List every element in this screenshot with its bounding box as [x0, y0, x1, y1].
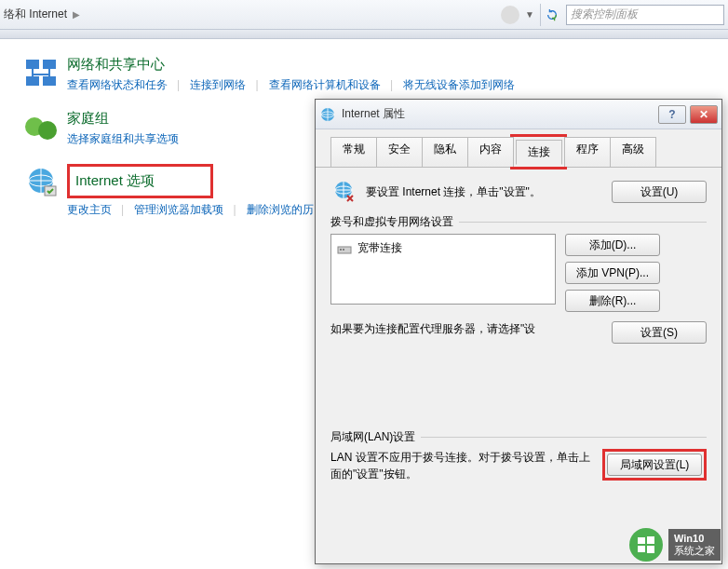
internet-options-icon: [22, 164, 60, 201]
dropdown-arrow-icon[interactable]: ▼: [523, 9, 536, 20]
win10-logo-icon: [629, 528, 663, 562]
chevron-right-icon: ▶: [73, 9, 80, 20]
remove-button[interactable]: 删除(R)...: [565, 290, 660, 312]
link-delete-history[interactable]: 删除浏览的历: [247, 203, 314, 216]
network-center-title[interactable]: 网络和共享中心: [67, 56, 522, 74]
watermark-line1: Win10: [674, 533, 715, 545]
modem-icon: [337, 241, 352, 256]
dialog-titlebar[interactable]: Internet 属性 ? ✕: [316, 100, 721, 129]
lan-button-highlight: 局域网设置(L): [602, 449, 707, 481]
svg-rect-18: [638, 546, 645, 552]
tab-privacy[interactable]: 隐私: [422, 137, 468, 167]
homegroup-icon: [22, 110, 60, 147]
globe-icon: [319, 106, 336, 123]
watermark-line2: 系统之家: [674, 545, 715, 557]
tab-programs[interactable]: 程序: [564, 137, 611, 167]
tab-connections[interactable]: 连接: [516, 140, 562, 165]
svg-rect-13: [338, 247, 351, 253]
lan-settings-button[interactable]: 局域网设置(L): [607, 454, 702, 476]
link-homegroup-share[interactable]: 选择家庭组和共享选项: [67, 132, 179, 145]
network-links: 查看网络状态和任务| 连接到网络| 查看网络计算机和设备| 将无线设备添加到网络: [67, 77, 522, 93]
tab-content[interactable]: 内容: [467, 137, 514, 167]
svg-rect-1: [43, 60, 56, 69]
user-icon: [501, 6, 519, 24]
homegroup-title[interactable]: 家庭组: [67, 110, 186, 128]
link-change-home[interactable]: 更改主页: [67, 203, 112, 216]
setup-button[interactable]: 设置(U): [612, 181, 707, 203]
tab-strip: 常规 安全 隐私 内容 连接 程序 高级: [316, 129, 721, 168]
proxy-info-text: 如果要为连接配置代理服务器，请选择"设: [330, 321, 612, 337]
tab-connections-highlight: 连接: [510, 134, 567, 169]
add-vpn-button[interactable]: 添加 VPN(P)...: [565, 262, 660, 284]
tab-advanced[interactable]: 高级: [610, 137, 656, 167]
link-view-status[interactable]: 查看网络状态和任务: [67, 78, 168, 91]
breadcrumb-text: 络和 Internet: [4, 7, 67, 22]
settings-button[interactable]: 设置(S): [612, 321, 707, 344]
svg-rect-0: [26, 60, 39, 69]
svg-point-14: [340, 249, 342, 251]
internet-properties-dialog: Internet 属性 ? ✕ 常规 安全 隐私 内容 连接 程序 高级 要设置…: [315, 99, 722, 564]
svg-point-15: [343, 249, 344, 251]
refresh-button[interactable]: [540, 4, 562, 26]
search-placeholder: 搜索控制面板: [571, 7, 638, 22]
svg-rect-2: [26, 76, 39, 86]
dialup-section-label: 拨号和虚拟专用网络设置: [330, 214, 707, 230]
search-input[interactable]: 搜索控制面板: [566, 5, 724, 25]
svg-rect-3: [43, 76, 56, 86]
help-button[interactable]: ?: [658, 105, 686, 124]
close-button[interactable]: ✕: [690, 105, 718, 124]
watermark: Win10 系统之家: [629, 528, 721, 562]
setup-info-text: 要设置 Internet 连接，单击"设置"。: [366, 184, 612, 200]
lan-info-text: LAN 设置不应用于拨号连接。对于拨号设置，单击上面的"设置"按钮。: [330, 449, 593, 482]
svg-rect-17: [647, 536, 654, 544]
link-add-wireless[interactable]: 将无线设备添加到网络: [403, 78, 515, 91]
internet-options-title[interactable]: Internet 选项: [75, 172, 155, 190]
link-connect[interactable]: 连接到网络: [190, 78, 246, 91]
link-view-devices[interactable]: 查看网络计算机和设备: [269, 78, 381, 91]
tab-security[interactable]: 安全: [376, 137, 423, 167]
internet-options-highlight: Internet 选项: [67, 164, 213, 198]
add-button[interactable]: 添加(D)...: [565, 234, 660, 256]
lan-section-label: 局域网(LAN)设置: [330, 429, 707, 445]
svg-rect-16: [638, 537, 645, 544]
svg-rect-19: [647, 546, 654, 553]
tab-general[interactable]: 常规: [330, 137, 377, 167]
connection-name: 宽带连接: [357, 240, 402, 256]
dialog-title: Internet 属性: [342, 106, 658, 122]
svg-point-5: [38, 121, 57, 140]
connect-globe-icon: [330, 179, 357, 205]
network-icon: [22, 56, 60, 93]
connections-listbox[interactable]: 宽带连接: [330, 234, 556, 305]
connection-item[interactable]: 宽带连接: [335, 238, 551, 258]
link-manage-addons[interactable]: 管理浏览器加载项: [134, 203, 223, 216]
